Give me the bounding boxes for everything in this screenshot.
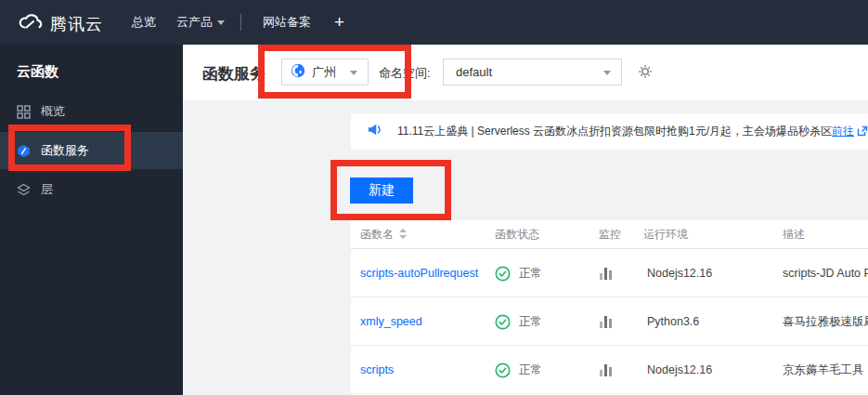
namespace-label: 命名空间: <box>379 65 431 82</box>
description-cell: 京东薅羊毛工具 <box>783 346 864 394</box>
column-header-monitor: 监控 <box>599 220 621 249</box>
banner-text: 11.11云上盛典 | Serverless 云函数冰点折扣资源包限时抢购1元/… <box>397 124 832 139</box>
region-value: 广州 <box>312 64 336 81</box>
table-row: scripts-autoPullrequest 正常 Nodejs12.16 s… <box>351 249 868 297</box>
top-navigation-bar: 腾讯云 总览 云产品 网站备案 + <box>0 0 868 45</box>
megaphone-icon <box>367 122 382 141</box>
scf-hexagon-icon <box>17 144 31 158</box>
function-name-link[interactable]: xmly_speed <box>360 297 422 346</box>
status-cell: 正常 <box>495 346 542 394</box>
gear-icon[interactable] <box>637 63 654 80</box>
column-header-status: 函数状态 <box>495 220 539 249</box>
nav-divider <box>240 14 241 31</box>
sidebar-item-label: 层 <box>41 181 53 198</box>
external-link-icon[interactable] <box>857 124 868 140</box>
status-cell: 正常 <box>495 297 542 346</box>
sidebar: 云函数 概览 函数服务 层 <box>0 45 183 395</box>
table-row: xmly_speed 正常 Python3.6 喜马拉雅极速版刷 <box>351 297 868 346</box>
layers-icon <box>17 183 31 197</box>
description-cell: scripts-JD Auto P <box>783 249 868 297</box>
status-text: 正常 <box>519 362 542 378</box>
runtime-cell: Nodejs12.16 <box>647 346 712 394</box>
sidebar-item-function-service[interactable]: 函数服务 <box>0 132 183 169</box>
grid-icon <box>17 105 31 119</box>
banner-go-link[interactable]: 前往 <box>832 124 854 139</box>
sidebar-item-overview[interactable]: 概览 <box>0 93 183 130</box>
namespace-value: default <box>456 65 492 79</box>
column-header-description: 描述 <box>783 220 805 249</box>
check-circle-icon <box>495 362 511 378</box>
runtime-cell: Python3.6 <box>647 297 699 346</box>
namespace-selector[interactable]: default <box>443 59 622 86</box>
sidebar-title: 云函数 <box>17 63 58 81</box>
promo-banner: 11.11云上盛典 | Serverless 云函数冰点折扣资源包限时抢购1元/… <box>351 113 868 150</box>
function-table: 函数名 函数状态 监控 运行环境 描述 scripts-autoPullrequ… <box>351 220 868 395</box>
status-text: 正常 <box>519 266 542 282</box>
nav-website-icp[interactable]: 网站备案 <box>263 0 311 45</box>
bar-chart-icon[interactable] <box>600 297 612 346</box>
chevron-down-icon <box>350 71 357 75</box>
sort-icon[interactable] <box>399 229 407 239</box>
function-name-link[interactable]: scripts <box>360 346 394 394</box>
status-text: 正常 <box>519 314 542 330</box>
nav-overview[interactable]: 总览 <box>132 0 156 45</box>
function-name-link[interactable]: scripts-autoPullrequest <box>360 249 478 297</box>
sidebar-item-label: 函数服务 <box>41 142 89 159</box>
sidebar-item-layers[interactable]: 层 <box>0 171 183 208</box>
status-cell: 正常 <box>495 249 542 297</box>
check-circle-icon <box>495 266 511 282</box>
chevron-down-icon <box>217 20 225 25</box>
column-header-name[interactable]: 函数名 <box>360 220 394 249</box>
tencent-cloud-logo[interactable]: 腾讯云 <box>15 12 103 36</box>
description-cell: 喜马拉雅极速版刷 <box>783 297 868 346</box>
check-circle-icon <box>495 314 511 330</box>
table-row: scripts 正常 Nodejs12.16 京东薅羊毛工具 <box>351 346 868 394</box>
table-header-row: 函数名 函数状态 监控 运行环境 描述 <box>351 220 868 249</box>
region-selector[interactable]: 广州 <box>281 59 369 86</box>
sidebar-item-label: 概览 <box>41 103 65 120</box>
create-function-button[interactable]: 新建 <box>350 178 413 204</box>
cloud-logo-icon <box>15 12 43 36</box>
bar-chart-icon[interactable] <box>600 346 612 394</box>
bar-chart-icon[interactable] <box>600 249 612 297</box>
runtime-cell: Nodejs12.16 <box>647 249 712 297</box>
column-header-runtime: 运行环境 <box>643 220 688 249</box>
brand-name: 腾讯云 <box>50 13 103 35</box>
page-title: 函数服务 <box>202 63 266 85</box>
add-tab-button[interactable]: + <box>334 0 344 45</box>
nav-cloud-products[interactable]: 云产品 <box>176 0 225 45</box>
region-globe-icon <box>291 63 305 82</box>
chevron-down-icon <box>603 71 611 75</box>
page-header: 函数服务 广州 命名空间: default <box>183 45 868 100</box>
